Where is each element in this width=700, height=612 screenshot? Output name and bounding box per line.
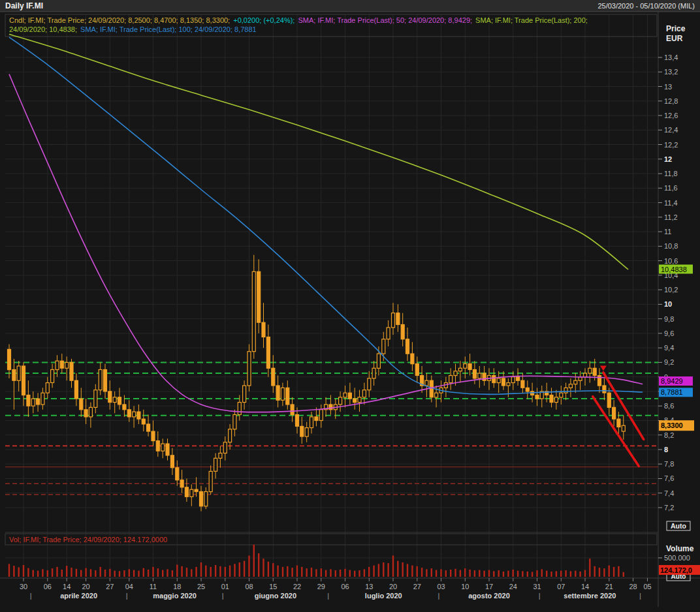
candle-up	[554, 397, 558, 403]
svg-text:13,4: 13,4	[664, 54, 678, 61]
candle-up	[454, 371, 457, 376]
candle-down	[37, 399, 40, 405]
candle-up	[449, 376, 453, 383]
svg-text:11,8: 11,8	[664, 170, 678, 177]
candle-up	[622, 425, 625, 431]
candle-up	[65, 362, 69, 368]
candle-up	[343, 393, 347, 397]
candle-up	[319, 410, 323, 421]
volume-bar	[195, 567, 197, 577]
candle-up	[435, 393, 438, 397]
volume-bar	[517, 571, 518, 577]
svg-text:|: |	[438, 592, 439, 600]
candle-down	[348, 393, 351, 399]
volume-bar	[584, 570, 586, 577]
candle-up	[209, 471, 212, 491]
candle-down	[521, 380, 524, 388]
volume-bar	[296, 566, 298, 577]
candle-up	[161, 444, 165, 451]
volume-bar	[488, 570, 490, 577]
candle-down	[517, 377, 520, 381]
candle-down	[123, 405, 126, 410]
svg-text:|: |	[126, 592, 128, 600]
volume-bar	[431, 568, 432, 577]
volume-bar	[344, 569, 345, 577]
volume-bar	[234, 564, 235, 577]
volume-bar	[445, 570, 447, 577]
volume-bar	[268, 562, 269, 577]
candle-up	[497, 378, 500, 383]
candle-up	[41, 393, 44, 405]
volume-bar	[200, 562, 202, 577]
volume-bar	[210, 567, 212, 577]
svg-text:15: 15	[269, 583, 277, 590]
volume-bar	[33, 570, 34, 577]
volume-bar	[42, 569, 43, 577]
svg-text:08: 08	[245, 583, 253, 590]
candle-down	[315, 417, 318, 421]
volume-bar	[603, 568, 605, 577]
volume-bar	[315, 569, 317, 577]
candle-up	[238, 403, 241, 415]
volume-bar	[321, 568, 322, 577]
volume-bar	[589, 558, 590, 577]
month-label: luglio 2020	[365, 592, 402, 600]
svg-text:27: 27	[413, 583, 421, 590]
volume-bar	[152, 567, 153, 577]
candle-up	[223, 442, 227, 453]
candle-up	[560, 393, 563, 397]
volume-bar	[364, 569, 365, 577]
volume-bar	[71, 568, 72, 577]
legend-segment: SMA; IF.MI; Trade Price(Last); 200;	[475, 16, 588, 24]
volume-bar	[100, 567, 101, 577]
candle-up	[252, 271, 255, 351]
candle-up	[584, 373, 587, 377]
candle-up	[94, 390, 97, 408]
volume-bar	[450, 570, 451, 577]
volume-bar	[27, 568, 29, 577]
volume-bar	[378, 564, 379, 577]
volume-bar	[291, 568, 293, 577]
svg-text:8,2: 8,2	[664, 431, 674, 439]
volume-bar	[407, 564, 408, 577]
price-chart-canvas[interactable]: PriceEUR7,27,47,67,888,28,48,68,899,29,4…	[0, 0, 700, 612]
candle-up	[113, 397, 116, 403]
svg-text:8,7881: 8,7881	[661, 388, 683, 396]
candle-up	[458, 368, 462, 371]
volume-bar	[47, 570, 48, 577]
candle-down	[266, 337, 270, 369]
svg-text:05: 05	[643, 583, 651, 590]
svg-text:10: 10	[664, 300, 672, 308]
svg-text:8: 8	[664, 446, 668, 453]
volume-bar	[262, 558, 264, 577]
candle-up	[233, 415, 236, 429]
volume-bar	[460, 570, 461, 577]
candle-down	[329, 405, 332, 410]
svg-text:7,8: 7,8	[664, 460, 674, 468]
candle-down	[166, 444, 169, 455]
candle-up	[464, 364, 467, 369]
svg-text:9,2: 9,2	[664, 358, 674, 366]
svg-text:13: 13	[664, 83, 672, 91]
svg-text:EUR: EUR	[666, 34, 683, 43]
svg-text:03: 03	[437, 583, 445, 590]
volume-bar	[570, 571, 571, 577]
candle-down	[262, 322, 265, 337]
volume-bar	[8, 564, 10, 577]
date-range: 25/03/2020 - 05/10/2020 (MIL)	[597, 2, 695, 10]
volume-bar	[239, 562, 240, 577]
candle-down	[200, 492, 203, 506]
candle-down	[296, 415, 299, 427]
month-label: agosto 2020	[468, 592, 510, 600]
volume-bar	[186, 568, 187, 577]
volume-bar	[143, 568, 144, 577]
volume-bar	[301, 567, 302, 577]
volume-bar	[219, 566, 221, 577]
volume-bar	[37, 571, 39, 577]
candle-down	[603, 386, 606, 393]
volume-bar	[162, 570, 163, 577]
candle-up	[56, 361, 59, 369]
svg-text:9,6: 9,6	[664, 329, 674, 337]
volume-bar	[417, 566, 418, 577]
volume-bar	[335, 570, 336, 577]
